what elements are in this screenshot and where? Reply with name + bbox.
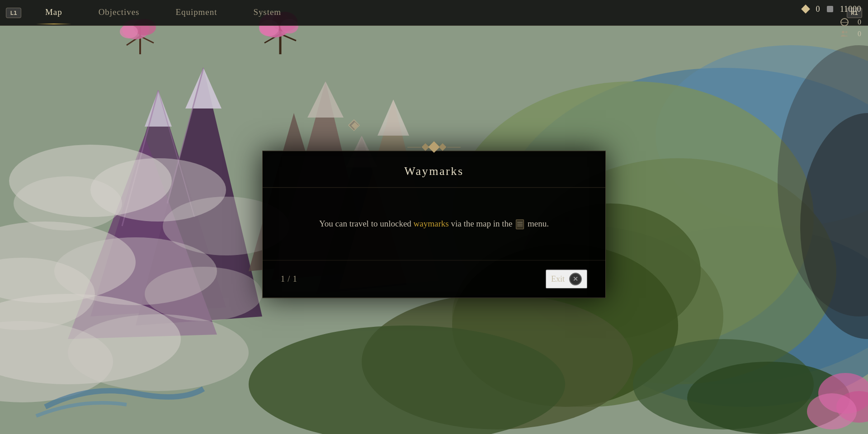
svg-point-59	[807, 393, 857, 429]
body-text-end: menu.	[528, 219, 549, 228]
page-indicator: 1 / 1	[281, 274, 297, 284]
tab-objectives-label: Objectives	[99, 7, 140, 17]
tab-system[interactable]: System	[235, 0, 299, 25]
tab-system-label: System	[253, 7, 281, 17]
modal-footer: 1 / 1 Exit ✕	[263, 260, 605, 297]
menu-icon-inline	[516, 220, 524, 230]
page-total: 1	[293, 274, 297, 283]
stop-currency-icon	[826, 5, 835, 14]
people-row: 0	[840, 28, 861, 39]
waymarks-modal: Waymarks You can travel to unlocked waym…	[262, 151, 606, 298]
deco-diamond-right	[439, 143, 447, 151]
tab-map-label: Map	[45, 7, 62, 17]
page-separator: /	[288, 274, 292, 283]
modal-title-area: Waymarks	[263, 151, 605, 188]
l1-badge: L1	[6, 8, 21, 18]
modal-title: Waymarks	[281, 165, 587, 178]
modal-body-text: You can travel to unlocked waymarks via …	[319, 217, 549, 231]
hud-panel: 0 11000 0 0	[794, 0, 868, 42]
tab-map[interactable]: Map	[27, 0, 80, 25]
tab-equipment-label: Equipment	[175, 7, 217, 17]
deco-line-right	[447, 147, 461, 147]
top-navigation-bar: L1 Map Objectives Equipment System R1	[0, 0, 868, 26]
body-text-after: via the map in the	[449, 219, 513, 228]
diamond-shape	[802, 5, 811, 14]
svg-point-46	[145, 267, 262, 321]
nav-tabs: Map Objectives Equipment System	[27, 0, 841, 25]
deco-diamond-center	[428, 142, 439, 153]
svg-point-63	[845, 31, 848, 33]
exit-button[interactable]: Exit ✕	[546, 269, 587, 288]
tab-objectives[interactable]: Objectives	[80, 0, 158, 25]
svg-point-62	[842, 31, 844, 33]
tab-equipment[interactable]: Equipment	[157, 0, 235, 25]
deco-line-left	[407, 147, 421, 147]
diamond-currency-icon	[801, 5, 810, 14]
main-currency-value: 11000	[840, 5, 861, 14]
diamond-value: 0	[816, 5, 820, 14]
secondary-hud: 0 0	[840, 17, 861, 39]
waymarks-keyword: waymarks	[414, 219, 449, 228]
people-value: 0	[852, 30, 861, 38]
exit-label: Exit	[551, 274, 565, 284]
body-text-before: You can travel to unlocked	[319, 219, 414, 228]
svg-point-31	[120, 25, 138, 38]
svg-point-49	[68, 314, 249, 391]
globe-value: 0	[852, 18, 861, 26]
globe-icon	[840, 18, 849, 26]
currency-row: 0 11000	[801, 2, 861, 16]
stop-shape	[827, 6, 833, 12]
modal-header-decoration	[407, 143, 461, 151]
modal-body: You can travel to unlocked waymarks via …	[263, 188, 605, 260]
exit-circle-icon: ✕	[569, 273, 582, 285]
page-current: 1	[281, 274, 285, 283]
left-controller-button[interactable]: L1	[4, 3, 24, 23]
people-icon	[840, 30, 849, 38]
globe-row: 0	[840, 17, 861, 28]
